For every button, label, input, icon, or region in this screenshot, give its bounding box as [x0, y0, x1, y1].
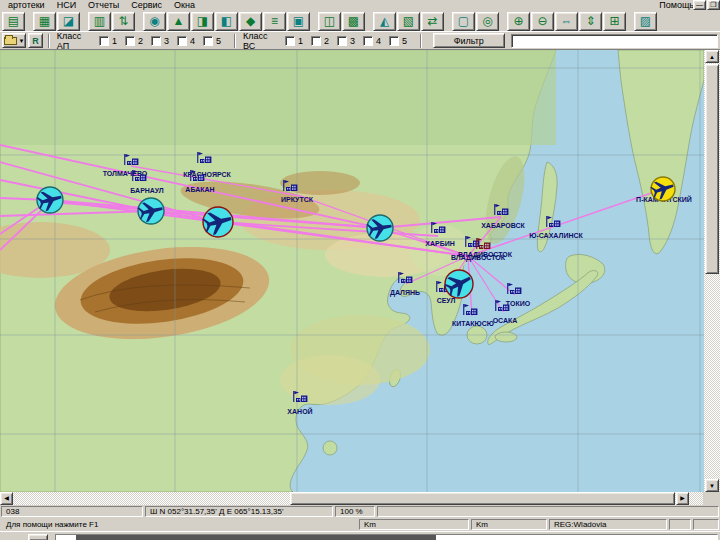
window-cascade-icon[interactable]: ▩ — [342, 12, 365, 31]
map-vertical-scrollbar[interactable]: ▲ ▼ — [704, 50, 720, 492]
map-horizontal-scrollbar[interactable]: ◀ ▶ — [0, 492, 720, 505]
land-shikoku — [495, 332, 517, 342]
class-ap-checkbox-3[interactable] — [151, 36, 161, 46]
route-list-icon[interactable]: ≡ — [263, 12, 286, 31]
city-label: СЕУЛ — [437, 297, 456, 304]
maximize-button[interactable]: ❐ — [707, 0, 720, 10]
edit-note-icon[interactable]: ▨ — [634, 12, 657, 31]
report-icon[interactable]: ▦ — [33, 12, 56, 31]
menu-item-2[interactable]: Отчеты — [82, 0, 125, 11]
status-coordinates: Ш N 052°31.57,35' Д Е 065°15.13,35' — [145, 506, 333, 517]
sync-icon[interactable]: ⇄ — [421, 12, 444, 31]
city-label: ДАЛЯНЬ — [390, 289, 420, 297]
class-ap-checkbox-label-1: 1 — [112, 36, 117, 46]
class-ap-checkbox-label-3: 3 — [164, 36, 169, 46]
tools-icon[interactable]: ◭ — [373, 12, 396, 31]
r-button[interactable]: R — [28, 33, 43, 48]
menu-item-3[interactable]: Сервис — [125, 0, 168, 11]
class-ap-label: Класс АП — [57, 31, 93, 51]
airport-layer-icon[interactable]: ▲ — [167, 12, 190, 31]
city-label: ХАНОЙ — [287, 407, 312, 415]
class-vs-checkbox-label-1: 1 — [298, 36, 303, 46]
city-label: Ю-САХАЛИНСК — [529, 232, 583, 239]
class-vs-checkbox-2[interactable] — [311, 36, 321, 46]
aircraft-marker[interactable] — [366, 215, 393, 241]
database-icon[interactable]: ▤ — [2, 12, 25, 31]
map-view[interactable]: ТОЛМАЧЕВОБАРНАУЛКРАСНОЯРСКАБАКАНИРКУТСКХ… — [0, 50, 720, 492]
city-label: ХАРБИН — [425, 240, 455, 247]
clipboard-icon[interactable]: ▢ — [452, 12, 475, 31]
separator — [234, 34, 236, 48]
filter-panel-icon[interactable]: ▣ — [287, 12, 310, 31]
class-ap-checkbox-label-4: 4 — [190, 36, 195, 46]
zoom-in-icon[interactable]: ⊕ — [507, 12, 530, 31]
open-folder-icon — [4, 37, 17, 45]
km-cell-2: Km — [471, 519, 547, 530]
taskbar-strip — [0, 531, 720, 540]
menu-item-4[interactable]: Окна — [168, 0, 201, 11]
class-ap-checkbox-1[interactable] — [99, 36, 109, 46]
class-ap-checkbox-4[interactable] — [177, 36, 187, 46]
class-vs-checkbox-5[interactable] — [389, 36, 399, 46]
chevron-down-icon: ▼ — [19, 38, 25, 44]
class-ap-checkbox-2[interactable] — [125, 36, 135, 46]
globe-icon[interactable]: ◉ — [143, 12, 166, 31]
transport-layer-icon[interactable]: ◧ — [215, 12, 238, 31]
menu-item-1[interactable]: НСИ — [51, 0, 82, 11]
city-label: БАРНАУЛ — [130, 187, 163, 194]
chart-icon[interactable]: ◪ — [57, 12, 80, 31]
window-tile-icon[interactable]: ◫ — [318, 12, 341, 31]
class-vs-label: Класс ВС — [243, 31, 279, 51]
filter-button[interactable]: Фильтр — [433, 33, 505, 48]
menu-item-0[interactable]: артотеки — [2, 0, 51, 11]
class-vs-checkbox-label-5: 5 — [402, 36, 407, 46]
scroll-left-icon[interactable]: ◀ — [0, 492, 13, 505]
poi-layer-icon[interactable]: ◆ — [239, 12, 262, 31]
open-folder-button[interactable]: ▼ — [2, 33, 26, 48]
status-bar: 038 Ш N 052°31.57,35' Д Е 065°15.13,35' … — [0, 505, 720, 518]
hint-bar: Для помощи нажмите F1 Km Km REG:Wladovia — [0, 518, 720, 531]
status-left-cell: 038 — [1, 506, 143, 517]
minimize-button[interactable]: — — [693, 0, 706, 10]
main-toolbar: ▤▦◪▥⇅◉▲◨◧◆≡▣◫▩◭▧⇄▢◎⊕⊖⇔⇕⊞▨ — [0, 11, 720, 32]
class-ap-checkbox-label-5: 5 — [216, 36, 221, 46]
table-icon[interactable]: ▥ — [88, 12, 111, 31]
separator — [48, 34, 50, 48]
scroll-up-icon[interactable]: ▲ — [705, 50, 719, 63]
measure-icon[interactable]: ⊞ — [603, 12, 626, 31]
taskbar-button[interactable] — [28, 534, 48, 540]
status-zoom-level: 100 % — [335, 506, 375, 517]
region-cell: REG:Wladovia — [549, 519, 667, 530]
status-empty-cell — [377, 506, 719, 517]
city-label: ИРКУТСК — [281, 196, 314, 203]
scroll-right-icon[interactable]: ▶ — [676, 492, 689, 505]
land-hainan — [323, 441, 337, 455]
separator — [420, 34, 422, 48]
class-vs-checkbox-4[interactable] — [363, 36, 373, 46]
class-vs-checkbox-1[interactable] — [285, 36, 295, 46]
sort-updown-icon[interactable]: ⇅ — [112, 12, 135, 31]
taskbar-active-segment[interactable] — [76, 535, 436, 540]
scroll-down-icon[interactable]: ▼ — [705, 479, 719, 492]
select-icon[interactable]: ⇕ — [579, 12, 602, 31]
railway-layer-icon[interactable]: ◨ — [191, 12, 214, 31]
vertical-scroll-thumb[interactable] — [705, 64, 719, 274]
small-cell-2 — [693, 519, 719, 530]
map-canvas[interactable]: ТОЛМАЧЕВОБАРНАУЛКРАСНОЯРСКАБАКАНИРКУТСКХ… — [0, 50, 704, 492]
city-label: КИТАКЮСЮ — [452, 320, 494, 327]
taskbar-field — [55, 534, 718, 540]
class-ap-checkbox-5[interactable] — [203, 36, 213, 46]
pan-icon[interactable]: ⇔ — [555, 12, 578, 31]
layers-icon[interactable]: ▧ — [397, 12, 420, 31]
city-label: ТОКИО — [506, 300, 531, 307]
menu-help[interactable]: Помощь — [659, 0, 694, 10]
filter-input[interactable] — [511, 34, 718, 48]
zoom-out-icon[interactable]: ⊖ — [531, 12, 554, 31]
menu-bar: артотекиНСИОтчетыСервисОкна Помощь — ❐ — [0, 0, 720, 11]
class-vs-checkbox-3[interactable] — [337, 36, 347, 46]
horizontal-scroll-thumb[interactable] — [290, 492, 675, 505]
target-icon[interactable]: ◎ — [476, 12, 499, 31]
class-vs-checkbox-label-4: 4 — [376, 36, 381, 46]
help-hint: Для помощи нажмите F1 — [1, 519, 357, 530]
class-vs-checkbox-label-3: 3 — [350, 36, 355, 46]
